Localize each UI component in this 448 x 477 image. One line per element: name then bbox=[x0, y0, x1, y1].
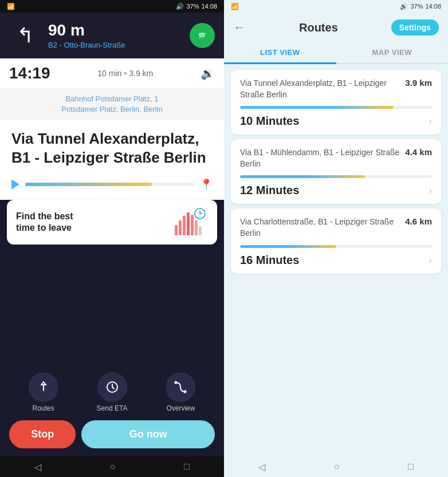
route-3-footer: 16 Minutes › bbox=[240, 254, 432, 267]
left-navigation-panel: 📶 🔊 37% 14:08 ↰ 90 m B2 - Otto-Braun-Str… bbox=[0, 0, 224, 477]
route-1-footer: 10 Minutes › bbox=[240, 115, 432, 128]
action-send-eta[interactable]: Send ETA bbox=[97, 372, 128, 412]
destination-line2: Potsdamer Platz, Berlin, Berlin bbox=[9, 104, 215, 115]
home-nav-icon[interactable]: ○ bbox=[110, 462, 116, 472]
go-now-button[interactable]: Go now bbox=[81, 420, 215, 448]
tab-bar: LIST VIEW MAP VIEW bbox=[224, 42, 448, 64]
route-3-progress-fill bbox=[240, 245, 336, 248]
bottom-buttons: Stop Go now bbox=[0, 416, 224, 456]
route-3-dist: 4.6 km bbox=[405, 216, 432, 226]
routes-list: Via Tunnel Alexanderplatz, B1 - Leipzige… bbox=[224, 64, 448, 456]
map-pin-icon: 📍 bbox=[200, 178, 213, 191]
svg-rect-5 bbox=[191, 215, 194, 235]
route-2-dist: 4.4 km bbox=[405, 147, 432, 157]
bluetooth-icon: 🔊 bbox=[176, 3, 184, 10]
route-name-section: Via Tunnel Alexan­derplatz, B1 - Leipzig… bbox=[0, 120, 224, 178]
route-name-text: Via Tunnel Alexan­derplatz, B1 - Leipzig… bbox=[11, 129, 213, 167]
action-overview[interactable]: Overview bbox=[166, 372, 195, 412]
home-nav-right-icon[interactable]: ○ bbox=[334, 462, 340, 472]
send-eta-icon-circle bbox=[97, 372, 127, 402]
route-2-chevron: › bbox=[429, 184, 432, 196]
svg-rect-7 bbox=[199, 226, 202, 235]
route-3-duration: 16 Minutes bbox=[240, 254, 299, 267]
back-nav-icon[interactable]: ◁ bbox=[34, 462, 41, 472]
routes-label: Routes bbox=[33, 404, 54, 412]
progress-section: 📍 bbox=[0, 178, 224, 200]
nav-distance: 90 m bbox=[48, 22, 183, 40]
progress-fill bbox=[25, 183, 152, 186]
signal-right-icon: 📶 bbox=[231, 3, 239, 10]
svg-point-12 bbox=[184, 391, 187, 393]
eta-bar: 14:19 10 min • 3.9 km 🔉 bbox=[0, 58, 224, 88]
route-1-name: Via Tunnel Alexanderplatz, B1 - Leipzige… bbox=[240, 78, 405, 100]
route-card-2[interactable]: Via B1 - Mühlendamm, B1 - Leipziger Stra… bbox=[231, 139, 441, 204]
eta-duration: 10 min bbox=[97, 69, 121, 78]
svg-rect-1 bbox=[175, 225, 178, 235]
signal-icon: 📶 bbox=[7, 3, 15, 10]
svg-rect-6 bbox=[195, 220, 198, 235]
routes-title: Routes bbox=[299, 21, 338, 34]
tab-list-view[interactable]: LIST VIEW bbox=[224, 42, 336, 64]
time-right: 14:08 bbox=[425, 3, 441, 10]
spotify-button[interactable] bbox=[190, 23, 215, 48]
svg-point-13 bbox=[175, 381, 178, 384]
battery-left: 37% bbox=[186, 3, 199, 10]
route-3-chevron: › bbox=[429, 254, 432, 266]
recents-nav-right-icon[interactable]: □ bbox=[408, 462, 414, 472]
play-icon bbox=[11, 179, 19, 190]
turn-arrow-box: ↰ bbox=[9, 19, 41, 52]
back-nav-right-icon[interactable]: ◁ bbox=[258, 462, 265, 472]
destination-bar: Bahnhof Potsdamer Platz, 1 Potsdamer Pla… bbox=[0, 88, 224, 120]
svg-point-0 bbox=[197, 30, 207, 41]
eta-distance: 3.9 km bbox=[129, 69, 153, 78]
bluetooth-right-icon: 🔊 bbox=[400, 3, 408, 10]
route-2-name: Via B1 - Mühlendamm, B1 - Leipziger Stra… bbox=[240, 147, 405, 169]
back-button[interactable]: ← bbox=[233, 20, 246, 35]
svg-rect-4 bbox=[187, 212, 190, 235]
stop-button[interactable]: Stop bbox=[9, 420, 76, 448]
route-1-dist: 3.9 km bbox=[405, 78, 432, 88]
route-3-name: Via Charlottenstraße, B1 - Leipziger Str… bbox=[240, 216, 405, 239]
nav-info: 90 m B2 - Otto-Braun-Straße bbox=[48, 22, 183, 49]
route-1-progress-bar bbox=[240, 106, 432, 109]
action-routes[interactable]: Routes bbox=[29, 372, 58, 412]
bottom-actions: Routes Send ETA Overview bbox=[0, 366, 224, 416]
nav-bar-left: ◁ ○ □ bbox=[0, 456, 224, 477]
route-2-footer: 12 Minutes › bbox=[240, 184, 432, 197]
eta-time: 14:19 bbox=[9, 64, 50, 82]
route-1-progress-fill bbox=[240, 106, 394, 109]
tab-map-view[interactable]: MAP VIEW bbox=[336, 42, 449, 63]
battery-right: 37% bbox=[410, 3, 423, 10]
route-card-1[interactable]: Via Tunnel Alexanderplatz, B1 - Leipzige… bbox=[231, 70, 441, 135]
best-time-text: Find the besttime to leave bbox=[16, 211, 73, 235]
nav-header: ↰ 90 m B2 - Otto-Braun-Straße bbox=[0, 13, 224, 58]
svg-rect-2 bbox=[179, 220, 182, 235]
route-3-progress-bar bbox=[240, 245, 432, 248]
route-2-progress-fill bbox=[240, 175, 365, 178]
progress-bar bbox=[25, 183, 194, 186]
settings-button[interactable]: Settings bbox=[391, 19, 439, 36]
svg-rect-3 bbox=[183, 216, 186, 235]
nav-bar-right: ◁ ○ □ bbox=[224, 456, 448, 477]
send-eta-label: Send ETA bbox=[97, 404, 128, 412]
route-1-duration: 10 Minutes bbox=[240, 115, 299, 128]
route-card-2-header: Via B1 - Mühlendamm, B1 - Leipziger Stra… bbox=[240, 147, 432, 169]
route-2-progress-bar bbox=[240, 175, 432, 178]
route-2-duration: 12 Minutes bbox=[240, 184, 299, 197]
chart-icon bbox=[174, 208, 208, 236]
volume-icon[interactable]: 🔉 bbox=[201, 66, 215, 80]
eta-details: 10 min • 3.9 km bbox=[97, 69, 153, 78]
route-card-3-header: Via Charlottenstraße, B1 - Leipziger Str… bbox=[240, 216, 432, 239]
routes-header: ← Routes Settings bbox=[224, 13, 448, 42]
overview-label: Overview bbox=[166, 404, 195, 412]
status-bar-right: 📶 🔊 37% 14:08 bbox=[224, 0, 448, 13]
route-card-1-header: Via Tunnel Alexanderplatz, B1 - Leipzige… bbox=[240, 78, 432, 100]
overview-icon-circle bbox=[166, 372, 195, 402]
routes-icon-circle bbox=[29, 372, 58, 402]
right-routes-panel: 📶 🔊 37% 14:08 ← Routes Settings LIST VIE… bbox=[224, 0, 448, 477]
status-bar-left: 📶 🔊 37% 14:08 bbox=[0, 0, 224, 13]
route-card-3[interactable]: Via Charlottenstraße, B1 - Leipziger Str… bbox=[231, 208, 441, 273]
destination-line1: Bahnhof Potsdamer Platz, 1 bbox=[9, 94, 215, 104]
best-time-card[interactable]: Find the besttime to leave bbox=[7, 200, 217, 245]
recents-nav-icon[interactable]: □ bbox=[184, 462, 190, 472]
